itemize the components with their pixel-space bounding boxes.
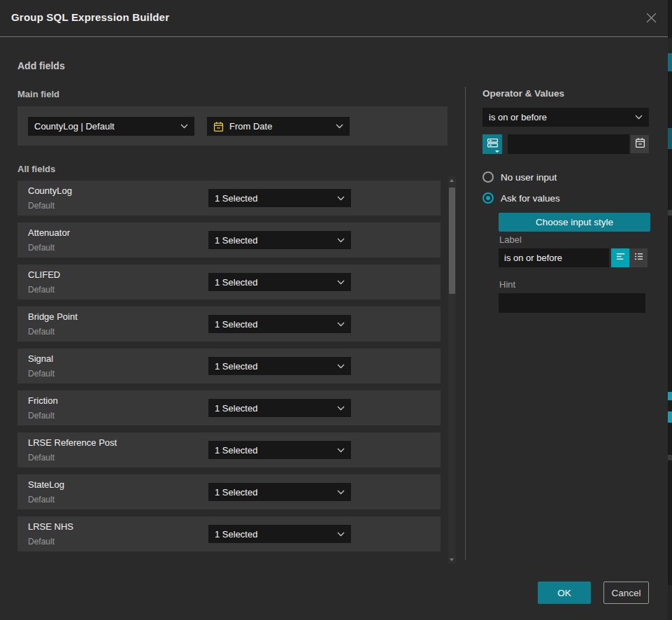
main-field-field-select-value: From Date <box>229 121 331 132</box>
field-values-select-value: 1 Selected <box>215 445 333 456</box>
calendar-icon <box>213 121 224 132</box>
bulleted-list-icon <box>634 251 644 265</box>
field-sublabel: Default <box>28 537 55 547</box>
chevron-down-icon <box>336 124 343 129</box>
radio-circle-selected-icon <box>482 192 494 204</box>
field-values-select[interactable]: 1 Selected <box>208 399 351 417</box>
choose-input-style-button[interactable]: Choose input style <box>499 213 650 232</box>
chevron-down-icon <box>337 532 345 537</box>
chevron-down-icon <box>635 115 643 120</box>
label-field-label: Label <box>499 234 522 245</box>
all-fields-list: CountyLog Default 1 Selected Attenuator … <box>17 181 441 558</box>
field-row: StateLog Default 1 Selected <box>17 474 441 509</box>
field-name: CLIFED <box>28 269 60 280</box>
input-mode-button[interactable] <box>482 134 502 154</box>
label-style-list-button[interactable] <box>629 248 648 267</box>
field-row: Friction Default 1 Selected <box>17 390 441 425</box>
ok-button[interactable]: OK <box>538 582 591 604</box>
field-values-select[interactable]: 1 Selected <box>208 483 351 501</box>
chevron-down-icon <box>337 364 345 369</box>
field-row: LRSE Reference Post Default 1 Selected <box>17 432 441 467</box>
mini-caret-icon <box>495 150 499 153</box>
field-name: Friction <box>28 395 58 406</box>
field-sublabel: Default <box>28 285 55 295</box>
field-row: Signal Default 1 Selected <box>17 348 441 383</box>
field-values-select-value: 1 Selected <box>215 193 333 204</box>
radio-circle-icon <box>482 171 494 183</box>
scrollbar-down-arrow-icon[interactable] <box>450 558 454 561</box>
field-sublabel: Default <box>28 369 55 379</box>
field-sublabel: Default <box>28 243 55 253</box>
field-values-select-value: 1 Selected <box>215 529 333 540</box>
stacked-rows-icon <box>487 138 499 151</box>
field-values-select-value: 1 Selected <box>215 361 333 372</box>
field-name: StateLog <box>28 479 64 490</box>
chevron-down-icon <box>337 280 345 285</box>
field-name: CountyLog <box>28 185 72 196</box>
chevron-down-icon <box>337 490 345 495</box>
field-name: Signal <box>28 353 53 364</box>
close-button[interactable] <box>644 12 658 26</box>
dialog-titlebar: Group SQL Expression Builder <box>0 0 668 37</box>
scrollbar-up-arrow-icon[interactable] <box>450 179 454 182</box>
field-values-select-value: 1 Selected <box>215 277 333 288</box>
field-values-select-value: 1 Selected <box>215 487 333 498</box>
field-values-select[interactable]: 1 Selected <box>208 189 351 207</box>
dialog-title: Group SQL Expression Builder <box>11 11 169 23</box>
radio-ask-for-values-label: Ask for values <box>501 193 560 204</box>
field-values-select-value: 1 Selected <box>215 235 333 246</box>
chevron-down-icon <box>337 322 345 327</box>
chevron-down-icon <box>337 238 345 243</box>
field-values-select-value: 1 Selected <box>215 403 333 414</box>
radio-ask-for-values[interactable]: Ask for values <box>482 192 560 204</box>
field-name: LRSE NHS <box>28 521 73 532</box>
calendar-icon <box>635 137 645 151</box>
field-sublabel: Default <box>28 453 55 463</box>
chevron-down-icon <box>337 406 345 411</box>
field-name: LRSE Reference Post <box>28 437 117 448</box>
label-style-text-button[interactable] <box>611 248 629 267</box>
list-scrollbar[interactable] <box>448 176 456 564</box>
field-sublabel: Default <box>28 411 55 421</box>
field-values-select[interactable]: 1 Selected <box>208 315 351 333</box>
panel-divider <box>465 87 466 560</box>
scrollbar-thumb[interactable] <box>449 188 455 294</box>
radio-no-user-input-label: No user input <box>501 172 557 183</box>
main-field-layer-select[interactable]: CountyLog | Default <box>28 117 194 136</box>
radio-no-user-input[interactable]: No user input <box>482 171 557 183</box>
field-row: CLIFED Default 1 Selected <box>17 265 441 300</box>
operator-select-value: is on or before <box>489 112 631 122</box>
field-values-select[interactable]: 1 Selected <box>208 357 351 375</box>
field-row: LRSE NHS Default 1 Selected <box>17 516 441 551</box>
cancel-button[interactable]: Cancel <box>603 582 649 604</box>
chevron-down-icon <box>337 196 345 201</box>
close-icon <box>645 12 657 27</box>
hint-field-label: Hint <box>499 279 515 290</box>
field-name: Attenuator <box>28 227 70 238</box>
field-sublabel: Default <box>28 201 55 211</box>
field-row: Bridge Point Default 1 Selected <box>17 307 441 341</box>
field-row: Attenuator Default 1 Selected <box>17 223 441 258</box>
chevron-down-icon <box>180 124 188 129</box>
group-sql-expression-builder-dialog: Group SQL Expression Builder Add fields … <box>0 0 672 620</box>
field-values-select-value: 1 Selected <box>215 319 333 330</box>
field-sublabel: Default <box>28 495 55 505</box>
field-row: CountyLog Default 1 Selected <box>17 181 441 216</box>
main-field-label: Main field <box>17 89 59 99</box>
main-field-layer-select-value: CountyLog | Default <box>34 121 176 132</box>
field-sublabel: Default <box>28 327 55 337</box>
hint-input[interactable] <box>499 293 645 313</box>
label-input[interactable] <box>499 248 609 267</box>
date-picker-button[interactable] <box>631 135 649 153</box>
value-input[interactable] <box>508 134 629 154</box>
operator-select[interactable]: is on or before <box>482 108 649 127</box>
field-values-select[interactable]: 1 Selected <box>208 273 351 291</box>
field-values-select[interactable]: 1 Selected <box>208 441 351 459</box>
field-values-select[interactable]: 1 Selected <box>208 231 351 249</box>
field-values-select[interactable]: 1 Selected <box>208 525 351 543</box>
main-field-panel: CountyLog | Default From Date <box>17 106 448 146</box>
all-fields-label: All fields <box>17 164 55 174</box>
field-name: Bridge Point <box>28 311 78 322</box>
main-field-field-select[interactable]: From Date <box>207 117 350 136</box>
align-left-lines-icon <box>615 251 626 265</box>
